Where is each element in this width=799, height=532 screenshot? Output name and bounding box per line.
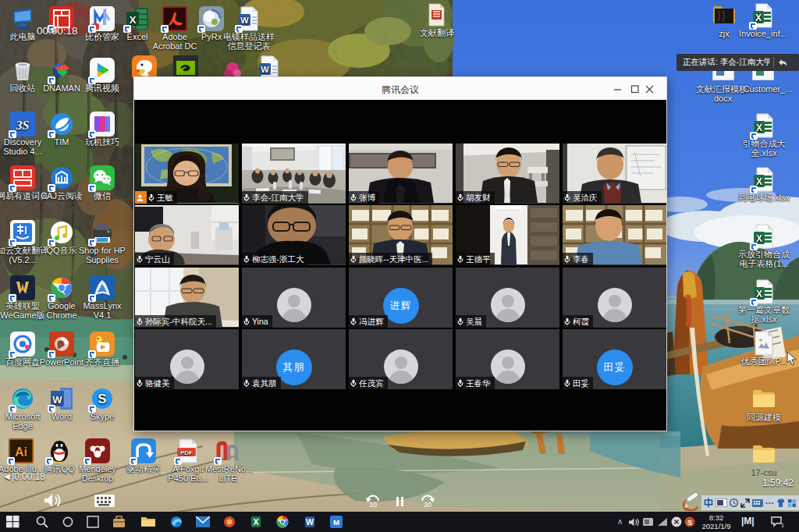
svg-text:ЗS: ЗS	[15, 119, 29, 132]
svg-text:S: S	[98, 392, 106, 406]
svg-text:X: X	[755, 12, 762, 23]
svg-text:S: S	[687, 518, 692, 527]
svg-text:W: W	[52, 394, 62, 406]
svg-text:X: X	[756, 176, 762, 187]
svg-text:X: X	[130, 14, 137, 26]
svg-text:10: 10	[369, 501, 377, 509]
svg-text:PDF: PDF	[180, 449, 193, 456]
svg-text:M: M	[333, 518, 339, 527]
svg-text:X: X	[756, 233, 762, 244]
svg-text:W: W	[306, 517, 314, 527]
svg-text:P: P	[58, 339, 64, 350]
svg-text:X: X	[756, 289, 762, 300]
svg-text:Ai: Ai	[15, 445, 27, 459]
svg-text:1: 1	[781, 522, 783, 528]
svg-text:W: W	[240, 16, 249, 25]
svg-text:X: X	[756, 122, 762, 133]
svg-text:30: 30	[424, 501, 431, 509]
svg-text:W: W	[261, 65, 269, 74]
svg-text:X: X	[253, 517, 259, 527]
